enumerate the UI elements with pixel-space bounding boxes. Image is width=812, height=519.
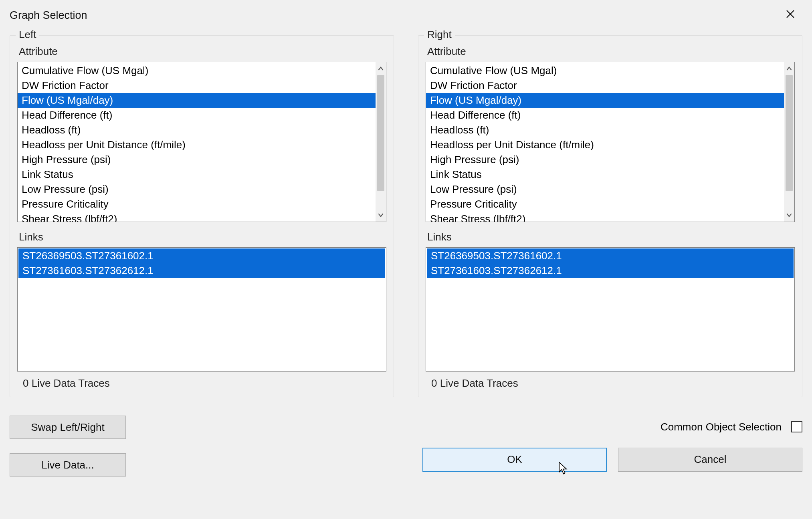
- swap-left-right-button[interactable]: Swap Left/Right: [10, 416, 126, 439]
- list-item[interactable]: Headloss per Unit Distance (ft/mile): [18, 137, 376, 152]
- left-attribute-label: Attribute: [19, 45, 386, 58]
- list-item[interactable]: DW Friction Factor: [426, 78, 784, 93]
- window-title: Graph Selection: [10, 9, 87, 22]
- list-item[interactable]: Shear Stress (lbf/ft2): [18, 212, 376, 222]
- list-item[interactable]: Low Pressure (psi): [18, 182, 376, 197]
- scrollbar[interactable]: [784, 62, 794, 222]
- right-links-listbox[interactable]: ST26369503.ST27361602.1ST27361603.ST2736…: [426, 247, 795, 372]
- common-object-selection-checkbox[interactable]: [791, 421, 802, 432]
- scroll-up-icon[interactable]: [784, 65, 794, 73]
- list-item[interactable]: Pressure Criticality: [426, 197, 784, 212]
- close-button[interactable]: [778, 7, 802, 23]
- common-object-selection-text: Common Object Selection: [661, 421, 782, 433]
- scroll-thumb[interactable]: [377, 75, 384, 191]
- list-item[interactable]: Low Pressure (psi): [426, 182, 784, 197]
- list-item[interactable]: Flow (US Mgal/day): [426, 93, 784, 108]
- right-attribute-listbox[interactable]: Cumulative Flow (US Mgal)DW Friction Fac…: [426, 62, 795, 222]
- right-attribute-label: Attribute: [427, 45, 795, 58]
- left-group-title: Left: [16, 28, 39, 41]
- left-status: 0 Live Data Traces: [23, 377, 386, 390]
- right-group: Right Attribute Cumulative Flow (US Mgal…: [418, 35, 802, 397]
- list-item[interactable]: Shear Stress (lbf/ft2): [426, 212, 784, 222]
- list-item[interactable]: High Pressure (psi): [18, 152, 376, 167]
- list-item[interactable]: Headloss (ft): [426, 123, 784, 137]
- list-item[interactable]: Headloss (ft): [18, 123, 376, 137]
- list-item[interactable]: Head Difference (ft): [18, 108, 376, 123]
- live-data-button[interactable]: Live Data...: [10, 453, 126, 477]
- list-item[interactable]: ST26369503.ST27361602.1: [427, 248, 794, 263]
- list-item[interactable]: Link Status: [426, 167, 784, 182]
- close-icon: [786, 9, 795, 21]
- left-links-listbox[interactable]: ST26369503.ST27361602.1ST27361603.ST2736…: [17, 247, 386, 372]
- scroll-down-icon[interactable]: [376, 210, 386, 219]
- list-item[interactable]: Headloss per Unit Distance (ft/mile): [426, 137, 784, 152]
- right-group-title: Right: [424, 28, 455, 41]
- right-status: 0 Live Data Traces: [431, 377, 795, 390]
- common-object-selection-label[interactable]: Common Object Selection: [661, 421, 802, 433]
- list-item[interactable]: Link Status: [18, 167, 376, 182]
- scrollbar[interactable]: [376, 62, 386, 222]
- scroll-down-icon[interactable]: [784, 210, 794, 219]
- left-links-label: Links: [19, 231, 386, 243]
- list-item[interactable]: Flow (US Mgal/day): [18, 93, 376, 108]
- list-item[interactable]: Head Difference (ft): [426, 108, 784, 123]
- cancel-button[interactable]: Cancel: [618, 448, 802, 472]
- scroll-thumb[interactable]: [786, 75, 793, 191]
- scroll-up-icon[interactable]: [376, 65, 386, 73]
- list-item[interactable]: DW Friction Factor: [18, 78, 376, 93]
- list-item[interactable]: Cumulative Flow (US Mgal): [18, 63, 376, 78]
- list-item[interactable]: ST27361603.ST27362612.1: [18, 263, 385, 278]
- list-item[interactable]: Cumulative Flow (US Mgal): [426, 63, 784, 78]
- list-item[interactable]: ST27361603.ST27362612.1: [427, 263, 794, 278]
- list-item[interactable]: ST26369503.ST27361602.1: [18, 248, 385, 263]
- left-group: Left Attribute Cumulative Flow (US Mgal)…: [10, 35, 394, 397]
- list-item[interactable]: High Pressure (psi): [426, 152, 784, 167]
- left-attribute-listbox[interactable]: Cumulative Flow (US Mgal)DW Friction Fac…: [17, 62, 386, 222]
- list-item[interactable]: Pressure Criticality: [18, 197, 376, 212]
- ok-button[interactable]: OK: [422, 448, 607, 472]
- right-links-label: Links: [427, 231, 795, 243]
